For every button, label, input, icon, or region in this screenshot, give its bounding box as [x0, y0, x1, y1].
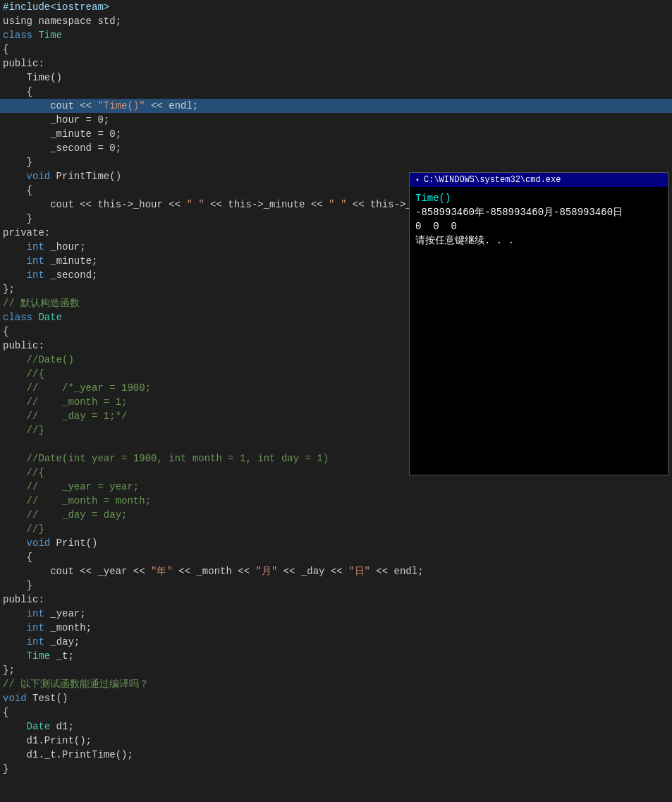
code-line: public:: [0, 56, 672, 71]
cmd-output-line: Time(): [415, 191, 662, 205]
code-token: }: [3, 155, 32, 169]
cmd-titlebar: ▪ C:\WINDOWS\system32\cmd.exe: [410, 173, 668, 187]
code-line: void Print(): [0, 536, 672, 550]
code-token: _month;: [44, 621, 92, 635]
code-token: d1._t.PrintTime();: [3, 748, 133, 762]
code-line: cout << _year << "年" << _month << "月" <<…: [0, 564, 672, 578]
code-line: }: [0, 762, 672, 776]
code-token: // _month = month;: [3, 494, 151, 508]
code-token: int: [257, 451, 275, 466]
code-line: {: [0, 705, 672, 719]
code-token: void: [27, 169, 51, 183]
code-line: {: [0, 42, 672, 56]
code-token: year = 1900,: [86, 451, 169, 466]
code-token: Time: [27, 649, 51, 663]
code-token: Time: [38, 28, 62, 42]
code-line: Date d1;: [0, 719, 672, 734]
code-token: month = 1,: [186, 451, 257, 466]
code-token: _year;: [44, 607, 86, 621]
code-token: {: [3, 324, 8, 339]
code-line: //}: [0, 522, 672, 536]
code-token: int: [27, 268, 44, 282]
code-token: int: [27, 240, 44, 254]
code-token: [3, 719, 27, 734]
code-line: using namespace std;: [0, 14, 672, 28]
code-token: public:: [3, 339, 44, 353]
code-token: Time(): [3, 71, 62, 85]
code-token: private:: [3, 226, 50, 240]
code-token: d1;: [50, 719, 74, 734]
code-token: d1.Print();: [3, 734, 92, 748]
code-token: [3, 254, 27, 268]
code-token: "Time()": [97, 99, 145, 113]
code-token: {: [3, 42, 8, 56]
code-token: };: [3, 282, 15, 296]
code-line: _second = 0;: [0, 141, 672, 155]
code-token: Date: [27, 719, 51, 734]
code-line: // 以下测试函数能通过编译吗？: [0, 677, 672, 691]
code-token: using namespace std;: [3, 14, 121, 28]
cmd-icon: ▪: [415, 176, 420, 184]
code-token: //}: [3, 522, 44, 536]
cmd-output-line: 0 0 0: [415, 219, 662, 233]
code-token: // _month = 1;: [3, 395, 127, 409]
code-line: int _day;: [0, 635, 672, 649]
code-token: // 默认构造函数: [3, 296, 80, 310]
code-token: // _day = 1;*/: [3, 409, 127, 423]
code-token: "日": [348, 564, 370, 578]
code-token: //{: [3, 466, 44, 480]
cmd-window[interactable]: ▪ C:\WINDOWS\system32\cmd.exe Time()-858…: [409, 172, 668, 475]
code-line: };: [0, 663, 672, 677]
code-line: void Test(): [0, 691, 672, 705]
cmd-output-line: -858993460年-858993460月-858993460日: [415, 205, 662, 219]
code-token: class: [3, 28, 38, 42]
code-token: {: [3, 85, 32, 99]
code-line: // _day = day;: [0, 508, 672, 522]
code-token: /*_year = 1900;: [62, 381, 151, 395]
code-token: Date: [38, 310, 62, 324]
code-token: //Date(: [3, 451, 68, 466]
code-line: d1.Print();: [0, 734, 672, 748]
code-line: _hour = 0;: [0, 113, 672, 127]
code-token: _t;: [50, 649, 74, 663]
code-line: public:: [0, 593, 672, 607]
code-token: [3, 536, 27, 550]
cmd-title: C:\WINDOWS\system32\cmd.exe: [424, 175, 561, 185]
code-token: int: [68, 451, 85, 466]
code-token: // _day = day;: [3, 508, 127, 522]
code-line: int _month;: [0, 621, 672, 635]
code-token: _minute = 0;: [3, 127, 121, 141]
code-token: " ": [329, 198, 346, 212]
code-line: class Time: [0, 28, 672, 42]
code-line: }: [0, 578, 672, 593]
code-token: [3, 240, 27, 254]
code-line: int _year;: [0, 607, 672, 621]
code-token: public:: [3, 593, 44, 607]
code-token: //Date(): [3, 353, 74, 367]
code-line: {: [0, 550, 672, 564]
code-token: public:: [3, 56, 44, 71]
code-token: int: [169, 451, 186, 466]
code-token: "月": [255, 564, 277, 578]
code-line: #include<iostream>: [0, 0, 672, 14]
code-token: Test(): [27, 691, 68, 705]
code-token: " ": [186, 198, 204, 212]
code-token: int: [27, 635, 44, 649]
code-token: }: [3, 578, 32, 593]
code-token: // _year = year;: [3, 480, 139, 494]
code-token: };: [3, 663, 15, 677]
code-token: [3, 635, 27, 649]
code-token: class: [3, 310, 38, 324]
code-token: _hour;: [44, 240, 86, 254]
code-line: Time _t;: [0, 649, 672, 663]
code-token: //: [3, 381, 62, 395]
code-line: d1._t.PrintTime();: [0, 748, 672, 762]
code-token: cout << this->_hour <<: [3, 198, 186, 212]
code-line: // _month = month;: [0, 494, 672, 508]
code-token: << endl;: [370, 564, 424, 578]
code-token: // 以下测试函数能通过编译吗？: [3, 677, 149, 691]
code-token: int: [27, 607, 44, 621]
code-line: cout << "Time()" << endl;: [0, 99, 672, 113]
code-token: << endl;: [145, 99, 199, 113]
code-token: [3, 607, 27, 621]
